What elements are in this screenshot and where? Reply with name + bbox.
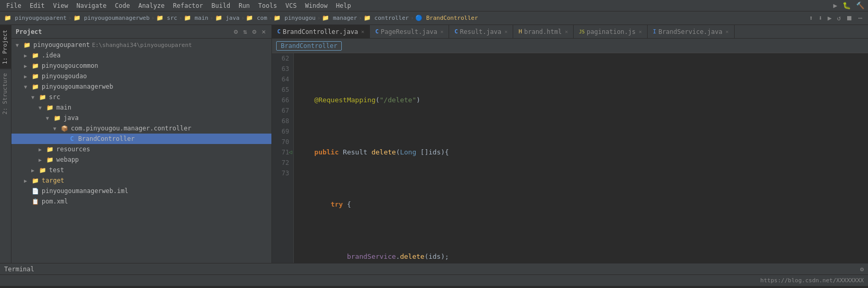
ln-65: 65 bbox=[274, 85, 289, 95]
tab-close-result[interactable]: ✕ bbox=[504, 29, 507, 34]
menu-code[interactable]: Code bbox=[111, 0, 134, 11]
tab-result[interactable]: C Result.java ✕ bbox=[449, 25, 513, 38]
tree-item-main[interactable]: ▼ 📁 main bbox=[11, 102, 271, 113]
settings-icon[interactable]: ⚙ bbox=[251, 27, 258, 36]
tree-item-target[interactable]: ▶ 📁 target bbox=[11, 175, 271, 186]
ln-69: 69 bbox=[274, 126, 289, 137]
tab-brandcontroller[interactable]: C BrandController.java ✕ bbox=[272, 25, 370, 38]
status-text: https://blog.csdn.net/XXXXXXXX bbox=[760, 277, 864, 284]
rerun-icon[interactable]: ↺ bbox=[835, 14, 842, 22]
tree-label-root: pinyougouparent bbox=[33, 41, 90, 49]
tab-icon-result: C bbox=[454, 28, 458, 35]
iml-icon: 📄 bbox=[31, 187, 40, 195]
tab-close-pageresult[interactable]: ✕ bbox=[440, 29, 443, 34]
terminal-settings-icon[interactable]: ⚙ bbox=[860, 266, 864, 273]
more-icon[interactable]: ⋯ bbox=[857, 14, 864, 22]
terminal-label[interactable]: Terminal bbox=[4, 266, 34, 273]
tree-item-package[interactable]: ▼ 📦 com.pinyougou.manager.controller bbox=[11, 123, 271, 134]
breadcrumb-main[interactable]: 📁 main bbox=[184, 15, 208, 21]
tab-close-brandservice[interactable]: ✕ bbox=[725, 29, 728, 34]
breadcrumb-controller[interactable]: 📁 controller bbox=[364, 15, 409, 21]
tab-bar: C BrandController.java ✕ C PageResult.ja… bbox=[272, 25, 868, 39]
ln-72: 72 bbox=[274, 158, 289, 168]
build-icon[interactable]: 🔨 bbox=[854, 1, 866, 10]
close-panel-icon[interactable]: ✕ bbox=[260, 27, 267, 36]
tree-item-iml[interactable]: 📄 pinyougoumanagerweb.iml bbox=[11, 186, 271, 196]
menu-tools[interactable]: Tools bbox=[254, 0, 281, 11]
breadcrumb-manager[interactable]: 📁 manager bbox=[322, 15, 357, 21]
code-content[interactable]: @RequestMapping("/delete") ◁ public Resu… bbox=[294, 53, 868, 263]
ln-73: 73 bbox=[274, 168, 289, 178]
menu-navigate[interactable]: Navigate bbox=[72, 0, 111, 11]
tree-item-web[interactable]: ▼ 📁 pinyougoumanagerweb bbox=[11, 81, 271, 92]
tab-close-pagination[interactable]: ✕ bbox=[639, 29, 642, 34]
breadcrumb-com[interactable]: 📁 com bbox=[246, 15, 267, 21]
tree-item-dao[interactable]: ▶ 📁 pinyougoudao bbox=[11, 71, 271, 81]
class-breadcrumb: BrandController bbox=[272, 39, 868, 53]
status-bar: https://blog.csdn.net/XXXXXXXX bbox=[0, 274, 868, 286]
code-container[interactable]: 62 63 64 65 66 67 68 69 70 71 72 73 @Req… bbox=[272, 53, 868, 263]
expand-icon[interactable]: ⇅ bbox=[242, 27, 249, 36]
breadcrumb-pinyougou[interactable]: 📁 pinyougou bbox=[274, 15, 315, 21]
tab-brand-html[interactable]: H brand.html ✕ bbox=[513, 25, 574, 38]
run-btn-icon[interactable]: ▶ bbox=[826, 14, 834, 22]
menu-window[interactable]: Window bbox=[301, 0, 331, 11]
stop-icon[interactable]: ⏹ bbox=[845, 14, 854, 22]
tree-item-pom[interactable]: 📋 pom.xml bbox=[11, 196, 271, 207]
tab-icon-brand-html: H bbox=[518, 28, 522, 35]
tree-item-java[interactable]: ▼ 📁 java bbox=[11, 113, 271, 123]
sync-icon[interactable]: ⚙ bbox=[232, 27, 240, 36]
run-icon[interactable]: ▶ bbox=[832, 1, 839, 10]
breadcrumb-java[interactable]: 📁 java bbox=[215, 15, 240, 21]
tab-label-result: Result.java bbox=[460, 28, 501, 35]
gutter-arrow-63: ◁ bbox=[289, 147, 292, 158]
tree-item-brandcontroller[interactable]: C BrandController bbox=[11, 134, 271, 144]
menu-analyze[interactable]: Analyze bbox=[134, 0, 169, 11]
arrow-main: ▼ bbox=[39, 105, 46, 111]
menu-refactor[interactable]: Refactor bbox=[169, 0, 207, 11]
folder-icon-root: 📁 bbox=[23, 41, 31, 49]
folder-icon-main: 📁 bbox=[46, 103, 54, 112]
vtab-structure[interactable]: 2: Structure bbox=[0, 68, 11, 118]
tab-pagination[interactable]: JS pagination.js ✕ bbox=[574, 25, 648, 38]
menu-help[interactable]: Help bbox=[332, 0, 355, 11]
tab-close-brand-html[interactable]: ✕ bbox=[565, 29, 568, 34]
tab-label-brandcontroller: BrandController.java bbox=[283, 28, 358, 35]
menu-vcs[interactable]: VCS bbox=[281, 0, 301, 11]
menu-build[interactable]: Build bbox=[207, 0, 234, 11]
tree-item-idea[interactable]: ▶ 📁 .idea bbox=[11, 50, 271, 61]
breadcrumb-class[interactable]: 🔵 BrandController bbox=[415, 15, 478, 21]
debug-icon[interactable]: 🐛 bbox=[841, 1, 852, 10]
tree-item-src[interactable]: ▼ 📁 src bbox=[11, 92, 271, 102]
menu-view[interactable]: View bbox=[49, 0, 72, 11]
tree-item-resources[interactable]: ▶ 📁 resources bbox=[11, 144, 271, 154]
tree-label-webapp: webapp bbox=[56, 156, 79, 163]
tab-pageresult[interactable]: C PageResult.java ✕ bbox=[370, 25, 449, 38]
vtab-project[interactable]: 1: Project bbox=[0, 25, 11, 68]
editor-area: C BrandController.java ✕ C PageResult.ja… bbox=[272, 25, 868, 263]
tab-brandservice[interactable]: I BrandService.java ✕ bbox=[648, 25, 734, 38]
ln-66: 66 bbox=[274, 95, 289, 105]
ln-70: 70 bbox=[274, 137, 289, 147]
menu-edit[interactable]: Edit bbox=[26, 0, 49, 11]
tree-item-root[interactable]: ▼ 📁 pinyougouparent E:\shanghai34\pinyou… bbox=[11, 40, 271, 50]
breadcrumb-web[interactable]: 📁 pinyougoumanagerweb bbox=[73, 15, 150, 21]
nav-back-icon[interactable]: ⬆ bbox=[808, 14, 815, 22]
breadcrumb-root[interactable]: 📁 pinyougouparent bbox=[4, 15, 67, 21]
arrow-resources: ▶ bbox=[39, 147, 46, 152]
menu-run[interactable]: Run bbox=[234, 0, 254, 11]
tree-item-test[interactable]: ▶ 📁 test bbox=[11, 165, 271, 175]
tree-label-test: test bbox=[49, 166, 64, 174]
tree-label-resources: resources bbox=[56, 146, 90, 153]
arrow-src: ▼ bbox=[31, 94, 39, 100]
class-pill[interactable]: BrandController bbox=[276, 41, 342, 51]
tree-item-webapp[interactable]: ▶ 📁 webapp bbox=[11, 154, 271, 165]
arrow-root: ▼ bbox=[16, 42, 23, 48]
menu-file[interactable]: File bbox=[2, 0, 26, 11]
tab-close-brandcontroller[interactable]: ✕ bbox=[361, 29, 364, 34]
class-icon-brand: C bbox=[68, 135, 76, 143]
tree-item-common[interactable]: ▶ 📁 pinyougoucommon bbox=[11, 61, 271, 71]
nav-forward-icon[interactable]: ⬇ bbox=[817, 14, 824, 22]
breadcrumb-src[interactable]: 📁 src bbox=[156, 15, 178, 21]
ln-68: 68 bbox=[274, 116, 289, 126]
